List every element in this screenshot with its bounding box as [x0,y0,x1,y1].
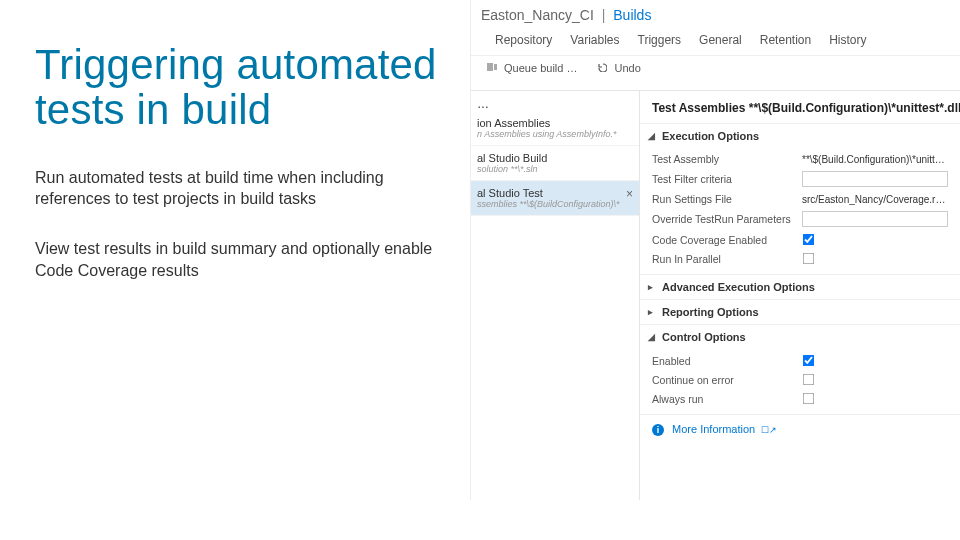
queue-build-label: Queue build … [504,62,577,74]
section-label: Execution Options [662,130,759,142]
always-run-checkbox[interactable] [803,393,815,405]
field-value[interactable]: src/Easton_Nancy/Coverage.runsetti [802,194,948,205]
section-label: Control Options [662,331,746,343]
tab-bar: Repository Variables Triggers General Re… [471,27,960,56]
field-value[interactable]: **\$(Build.Configuration)\*unittest*.d [802,154,948,165]
section-reporting-options: ▸ Reporting Options [640,299,960,324]
section-advanced-execution: ▸ Advanced Execution Options [640,274,960,299]
chevron-right-icon: ▸ [648,282,658,292]
task-desc: solution **\*.sln [477,164,633,174]
chevron-down-icon: ◢ [648,332,658,342]
slide-bullet-2: View test results in build summary and o… [35,238,445,281]
breadcrumb-project[interactable]: Easton_Nancy_CI [481,7,594,23]
field-label: Enabled [652,355,792,367]
continue-on-error-checkbox[interactable] [803,374,815,386]
section-label: Reporting Options [662,306,759,318]
chevron-right-icon: ▸ [648,307,658,317]
task-list-heading: … [471,91,639,111]
tab-history[interactable]: History [829,33,866,47]
field-continue-on-error: Continue on error [640,370,960,389]
field-label: Always run [652,393,792,405]
tab-variables[interactable]: Variables [570,33,619,47]
breadcrumb: Easton_Nancy_CI | Builds [471,0,960,27]
field-label: Override TestRun Parameters [652,213,792,225]
toolbar: Queue build … Undo [471,56,960,80]
test-filter-input[interactable] [802,171,948,187]
field-override-params: Override TestRun Parameters [640,208,960,230]
task-list: … ion Assemblies n Assemblies using Asse… [471,90,639,500]
external-link-icon: ☐↗ [761,425,777,435]
tab-triggers[interactable]: Triggers [638,33,682,47]
field-test-filter: Test Filter criteria [640,168,960,190]
slide-title: Triggering automated tests in build [35,42,455,133]
undo-button[interactable]: Undo [597,62,640,74]
task-name: ion Assemblies [477,117,633,129]
section-header-advanced[interactable]: ▸ Advanced Execution Options [640,275,960,299]
section-label: Advanced Execution Options [662,281,815,293]
enabled-checkbox[interactable] [803,355,815,367]
field-enabled: Enabled [640,351,960,370]
queue-build-button[interactable]: Queue build … [487,62,577,74]
more-info-label: More Information [672,423,755,435]
field-code-coverage: Code Coverage Enabled [640,230,960,249]
tab-repository[interactable]: Repository [495,33,552,47]
task-row-selected[interactable]: al Studio Test ssemblies **\$(BuildConfi… [471,181,639,216]
more-info-row: i More Information ☐↗ [640,414,960,444]
task-detail-panel: Test Assemblies **\$(Build.Configuration… [639,90,960,500]
code-coverage-checkbox[interactable] [803,234,815,246]
run-parallel-checkbox[interactable] [803,253,815,265]
undo-icon [597,62,607,74]
close-icon[interactable]: × [626,187,633,201]
detail-title: Test Assemblies **\$(Build.Configuration… [640,91,960,123]
breadcrumb-sep: | [602,7,606,23]
field-label: Test Assembly [652,153,792,165]
field-label: Test Filter criteria [652,173,792,185]
build-definition-panel: Easton_Nancy_CI | Builds Repository Vari… [470,0,960,500]
undo-label: Undo [615,62,641,74]
override-params-input[interactable] [802,211,948,227]
field-label: Run Settings File [652,193,792,205]
task-name: al Studio Build [477,152,633,164]
section-body: Enabled Continue on error Always run [640,349,960,414]
field-test-assembly: Test Assembly **\$(Build.Configuration)\… [640,150,960,168]
section-execution-options: ◢ Execution Options Test Assembly **\$(B… [640,123,960,274]
field-run-settings: Run Settings File src/Easton_Nancy/Cover… [640,190,960,208]
slide-stage: Triggering automated tests in build Run … [0,0,960,540]
queue-icon [487,62,497,74]
tab-general[interactable]: General [699,33,742,47]
task-row[interactable]: al Studio Build solution **\*.sln [471,146,639,181]
task-row[interactable]: ion Assemblies n Assemblies using Assemb… [471,111,639,146]
section-header-execution[interactable]: ◢ Execution Options [640,124,960,148]
info-icon: i [652,424,664,436]
slide-bullets: Run automated tests at build time when i… [35,167,455,281]
tab-retention[interactable]: Retention [760,33,811,47]
app-body: … ion Assemblies n Assemblies using Asse… [471,90,960,500]
field-always-run: Always run [640,389,960,408]
breadcrumb-section[interactable]: Builds [613,7,651,23]
field-run-parallel: Run In Parallel [640,249,960,268]
section-header-control[interactable]: ◢ Control Options [640,325,960,349]
section-control-options: ◢ Control Options Enabled Continue on er… [640,324,960,414]
task-name: al Studio Test [477,187,633,199]
slide-bullet-1: Run automated tests at build time when i… [35,167,445,210]
slide-text-block: Triggering automated tests in build Run … [35,42,455,309]
field-label: Run In Parallel [652,253,792,265]
field-label: Code Coverage Enabled [652,234,792,246]
section-header-reporting[interactable]: ▸ Reporting Options [640,300,960,324]
more-info-link[interactable]: More Information ☐↗ [672,423,777,435]
field-label: Continue on error [652,374,792,386]
chevron-down-icon: ◢ [648,131,658,141]
task-desc: n Assemblies using AssemblyInfo.* [477,129,633,139]
task-desc: ssemblies **\$(BuildConfiguration)\* [477,199,633,209]
section-body: Test Assembly **\$(Build.Configuration)\… [640,148,960,274]
